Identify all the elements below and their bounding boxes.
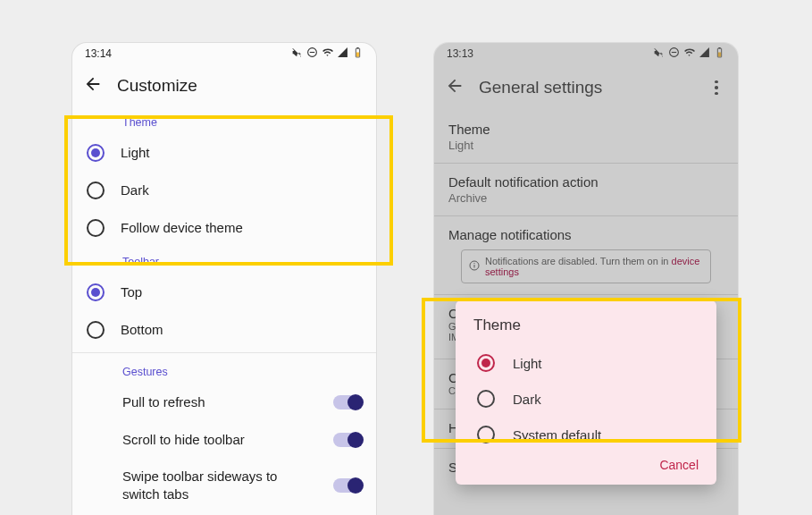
status-icons <box>291 46 364 61</box>
toolbar-option-top[interactable]: Top <box>72 274 376 311</box>
option-label: Dark <box>121 182 362 199</box>
battery-icon <box>352 46 364 61</box>
status-bar: 13:14 <box>72 43 376 64</box>
radio-icon <box>477 426 495 443</box>
switch-swipe-tabs[interactable]: Swipe toolbar sideways to switch tabs <box>72 459 376 511</box>
switch-toggle[interactable] <box>333 478 362 493</box>
dialog-option-light[interactable]: Light <box>473 345 707 381</box>
dialog-actions: Cancel <box>473 452 707 476</box>
svg-rect-3 <box>356 47 358 48</box>
radio-icon <box>87 182 105 199</box>
switch-label: Scroll to hide toolbar <box>122 431 317 449</box>
radio-icon <box>477 390 495 408</box>
section-header-gestures: Gestures <box>72 357 376 384</box>
radio-icon <box>87 321 105 339</box>
switch-toggle[interactable] <box>333 433 362 447</box>
radio-icon <box>87 283 105 301</box>
option-label: System default <box>513 427 601 443</box>
settings-list: Theme Light Dark Follow device theme Too… <box>72 107 376 511</box>
radio-icon <box>477 354 495 372</box>
phone-customize: 13:14 Customize Theme <box>72 43 376 515</box>
theme-option-follow[interactable]: Follow device theme <box>72 209 376 247</box>
theme-dialog: Theme Light Dark System default Cancel <box>456 300 716 485</box>
switch-label: Pull to refresh <box>122 393 317 411</box>
app-bar: Customize <box>72 64 376 107</box>
back-icon[interactable] <box>83 74 103 97</box>
page-title: Customize <box>117 76 365 96</box>
option-label: Bottom <box>121 321 362 339</box>
switch-scroll-hide[interactable]: Scroll to hide toolbar <box>72 421 376 459</box>
divider <box>72 352 376 353</box>
switch-pull-refresh[interactable]: Pull to refresh <box>72 384 376 421</box>
option-label: Follow device theme <box>121 219 362 237</box>
theme-option-light[interactable]: Light <box>72 134 376 172</box>
switch-label: Swipe toolbar sideways to switch tabs <box>122 468 317 502</box>
status-time: 13:14 <box>85 47 112 60</box>
dialog-title: Theme <box>473 317 707 334</box>
wifi-icon <box>322 46 333 61</box>
option-label: Top <box>121 283 362 301</box>
signal-icon <box>337 46 348 61</box>
section-header-theme: Theme <box>72 107 376 134</box>
cancel-button[interactable]: Cancel <box>659 458 699 472</box>
option-label: Light <box>121 144 362 162</box>
option-label: Light <box>513 356 542 371</box>
option-label: Dark <box>513 392 541 407</box>
phone-general-settings: 13:13 General settings Theme Light Defau… <box>434 43 738 515</box>
switch-toggle[interactable] <box>333 395 362 409</box>
svg-rect-1 <box>310 52 314 53</box>
dnd-icon <box>306 46 318 61</box>
mute-icon <box>291 46 303 61</box>
theme-option-dark[interactable]: Dark <box>72 172 376 209</box>
dialog-option-dark[interactable]: Dark <box>473 381 707 417</box>
dialog-option-system[interactable]: System default <box>473 417 707 452</box>
section-header-toolbar: Toolbar <box>72 247 376 274</box>
radio-icon <box>87 219 105 237</box>
svg-rect-4 <box>356 53 359 57</box>
radio-icon <box>87 144 105 162</box>
toolbar-option-bottom[interactable]: Bottom <box>72 311 376 349</box>
